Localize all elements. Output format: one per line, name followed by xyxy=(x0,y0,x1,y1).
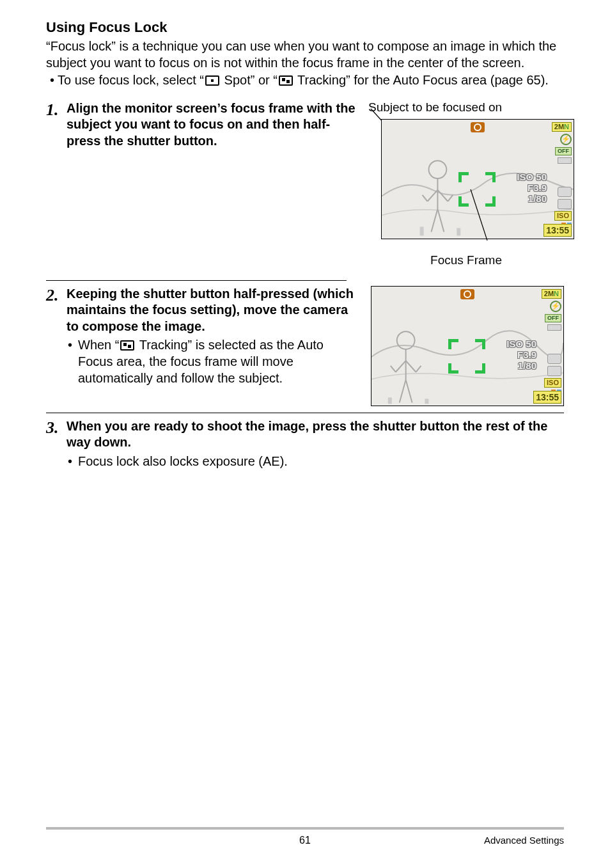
step-3-title: When you are ready to shoot the image, p… xyxy=(66,418,564,451)
bullet-dot: • xyxy=(46,72,58,89)
svg-rect-12 xyxy=(388,397,392,404)
step-2-bullet: • When “ Tracking” is selected as the Au… xyxy=(66,337,359,386)
footer-section-label: Advanced Settings xyxy=(436,835,564,846)
flash-icon: ⚡ xyxy=(550,301,561,312)
iso-readout: ISO 50 xyxy=(517,172,547,182)
tracking-icon xyxy=(120,340,134,351)
camera-mode-icon xyxy=(471,122,485,132)
heading-using-focus-lock: Using Focus Lock xyxy=(46,19,564,36)
iso-readout: ISO 50 xyxy=(506,339,536,349)
step-divider-1 xyxy=(46,280,347,281)
spot-icon xyxy=(205,75,219,86)
camera-screen-2: 2MN ⚡ OFF ISO xyxy=(371,286,564,406)
time-badge: 13:55 xyxy=(544,224,572,237)
mode-badge-2 xyxy=(547,366,561,376)
pre-bullet: • To use focus lock, select “ Spot” or “… xyxy=(46,72,564,89)
svg-rect-3 xyxy=(420,226,424,235)
step-1: 1. Align the monitor screen’s focus fram… xyxy=(46,100,564,267)
step-3-number: 3. xyxy=(46,418,66,470)
step-2-number: 2. xyxy=(46,286,66,406)
iso-side-badge: ISO xyxy=(544,378,561,388)
pre-bullet-text: To use focus lock, select “ Spot” or “ T… xyxy=(58,72,564,89)
image-size-badge: 2MN xyxy=(542,289,561,299)
off-badge: OFF xyxy=(545,314,561,322)
step-3: 3. When you are ready to shoot the image… xyxy=(46,418,564,470)
time-badge: 13:55 xyxy=(533,391,561,404)
intro-paragraph: “Focus lock” is a technique you can use … xyxy=(46,38,564,71)
page-number: 61 xyxy=(174,835,436,846)
flash-icon: ⚡ xyxy=(560,134,572,145)
svg-rect-13 xyxy=(425,398,428,404)
battery-icon xyxy=(547,324,561,331)
shutter-readout: 1/80 xyxy=(528,194,547,203)
mode-badge-1 xyxy=(547,354,561,364)
camera-mode-icon xyxy=(460,289,474,299)
focus-frame-indicator xyxy=(448,339,485,374)
svg-rect-4 xyxy=(457,228,460,235)
focus-frame-label: Focus Frame xyxy=(368,253,564,267)
mode-badge-1 xyxy=(558,187,572,197)
mode-badge-2 xyxy=(558,199,572,209)
step-2: 2. Keeping the shutter button half-press… xyxy=(46,286,564,406)
battery-icon xyxy=(558,157,572,164)
iso-side-badge: ISO xyxy=(554,211,572,221)
fstop-readout: F3.9 xyxy=(517,350,536,359)
image-size-badge: 2MN xyxy=(552,122,572,132)
off-badge: OFF xyxy=(555,147,572,155)
fstop-readout: F3.9 xyxy=(528,183,547,193)
shutter-readout: 1/80 xyxy=(518,361,536,370)
lead-line-focus-frame xyxy=(464,189,503,247)
step-2-title: Keeping the shutter button half-pressed … xyxy=(66,286,359,335)
step-3-bullet: • Focus lock also locks exposure (AE). xyxy=(66,454,564,470)
tracking-icon xyxy=(279,75,293,86)
step-1-number: 1. xyxy=(46,100,66,267)
svg-line-9 xyxy=(471,189,487,241)
page-footer: 61 Advanced Settings xyxy=(0,827,610,846)
step-divider-2 xyxy=(46,413,564,413)
step-1-title: Align the monitor screen’s focus frame w… xyxy=(66,100,358,150)
